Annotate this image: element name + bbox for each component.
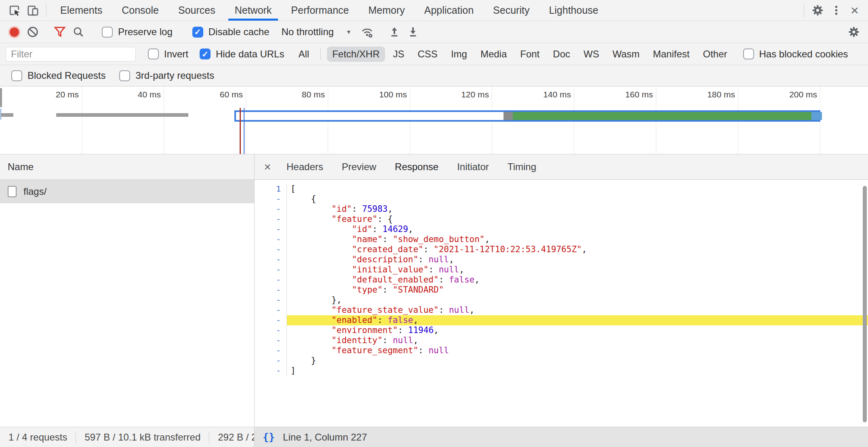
third-party-requests-checkbox[interactable]: 3rd-party requests (119, 70, 214, 81)
tab-label: Lighthouse (549, 4, 598, 16)
line-content: "identity": null, (287, 335, 868, 346)
cursor-position: Line 1, Column 227 (283, 432, 367, 443)
waterfall-segment-content-download (513, 112, 811, 120)
token: , (470, 305, 475, 315)
waterfall-segment-finish (811, 112, 822, 120)
name-column-header[interactable]: Name (0, 154, 254, 180)
tab-network[interactable]: Network (225, 0, 282, 21)
filter-type-media[interactable]: Media (475, 46, 512, 62)
line-content: "id": 14629, (287, 224, 868, 234)
pretty-print-icon[interactable]: {} (263, 431, 275, 443)
filter-input[interactable] (6, 47, 136, 61)
tab-console[interactable]: Console (112, 0, 169, 21)
tab-sources[interactable]: Sources (169, 0, 225, 21)
network-main-area: Name flags/ × HeadersPreviewResponseInit… (0, 154, 868, 427)
checkbox-box (743, 48, 754, 59)
hide-data-urls-checkbox[interactable]: ✓ Hide data URLs (200, 48, 284, 60)
detail-tab-timing[interactable]: Timing (501, 154, 543, 179)
filter-type-css[interactable]: CSS (413, 46, 443, 62)
token: "show_demo_button" (393, 234, 485, 244)
filter-bar: Invert ✓ Hide data URLs AllFetch/XHRJSCS… (0, 43, 868, 65)
tab-performance[interactable]: Performance (281, 0, 358, 21)
response-line: - "initial_value": null, (255, 265, 868, 275)
tab-application[interactable]: Application (415, 0, 483, 21)
tab-memory[interactable]: Memory (358, 0, 414, 21)
timeline-tick-label: 120 ms (461, 90, 489, 99)
throttling-select[interactable]: No throttling ▼ (281, 26, 351, 38)
import-har-icon[interactable] (385, 23, 404, 41)
token: "created_date" (291, 245, 423, 254)
search-icon[interactable] (69, 23, 88, 41)
checkbox-label: Invert (164, 48, 188, 60)
tab-label: Performance (291, 4, 349, 16)
detail-tab-preview[interactable]: Preview (335, 154, 383, 179)
detail-tab-headers[interactable]: Headers (280, 154, 330, 179)
response-scrollbar[interactable] (861, 183, 868, 425)
token: null (393, 335, 413, 345)
filter-type-img[interactable]: Img (446, 46, 472, 62)
line-content: "environment": 11946, (287, 325, 868, 335)
settings-gear-icon[interactable] (808, 2, 827, 19)
response-line: - "feature_state_value": null, (255, 305, 868, 315)
line-number: - (255, 366, 287, 376)
line-content: "type": "STANDARD" (287, 285, 868, 295)
network-overview-timeline[interactable]: 20 ms40 ms60 ms80 ms100 ms120 ms140 ms16… (0, 86, 868, 154)
token: 14629 (383, 224, 408, 234)
blocked-requests-checkbox[interactable]: Blocked Requests (11, 70, 105, 81)
filter-type-doc[interactable]: Doc (548, 46, 575, 62)
filter-type-js[interactable]: JS (388, 46, 410, 62)
checkbox-box: ✓ (200, 48, 211, 59)
selected-request-waterfall-bar[interactable] (234, 110, 820, 122)
token: : (423, 245, 434, 254)
device-toolbar-icon[interactable] (23, 2, 42, 19)
filter-type-fetch-xhr[interactable]: Fetch/XHR (327, 46, 385, 62)
tab-label: Network (235, 4, 272, 16)
token: "name" (291, 234, 383, 244)
more-options-icon[interactable] (827, 2, 845, 19)
filter-type-all[interactable]: All (293, 46, 314, 62)
detail-tabs: HeadersPreviewResponseInitiatorTiming (277, 154, 546, 179)
line-number: - (255, 224, 287, 234)
token: "feature_segment" (291, 346, 418, 355)
tab-label: Preview (342, 161, 376, 173)
timeline-tick-segment: 20 ms (0, 86, 82, 154)
disable-cache-checkbox[interactable]: ✓ Disable cache (192, 26, 270, 38)
preserve-log-checkbox[interactable]: Preserve log (102, 26, 173, 38)
export-har-icon[interactable] (404, 23, 422, 41)
tab-elements[interactable]: Elements (51, 0, 112, 21)
inspect-element-icon[interactable] (5, 2, 23, 19)
timeline-tick-label: 60 ms (220, 90, 243, 99)
network-settings-gear-icon[interactable] (845, 23, 863, 41)
token: "feature_state_value" (291, 305, 439, 315)
scrollbar-thumb[interactable] (863, 186, 867, 422)
checkbox-label: Hide data URLs (216, 48, 284, 60)
timeline-tick-segment: 40 ms (82, 86, 164, 154)
tab-security[interactable]: Security (483, 0, 539, 21)
line-number: - (255, 356, 287, 366)
line-number: - (255, 245, 287, 255)
record-network-log-button[interactable] (5, 23, 23, 41)
filter-type-manifest[interactable]: Manifest (648, 46, 695, 62)
detail-tab-initiator[interactable]: Initiator (451, 154, 495, 179)
tab-lighthouse[interactable]: Lighthouse (539, 0, 608, 21)
waterfall-bar-gray (56, 113, 188, 117)
clear-network-log-icon[interactable] (23, 23, 42, 41)
token: false (388, 315, 413, 325)
request-row[interactable]: flags/ (0, 180, 254, 203)
filter-toggle-icon[interactable] (51, 23, 69, 41)
invert-checkbox[interactable]: Invert (148, 48, 188, 60)
filter-type-wasm[interactable]: Wasm (607, 46, 645, 62)
network-conditions-icon[interactable] (358, 23, 377, 41)
close-details-icon[interactable]: × (258, 154, 277, 179)
checkbox-box (148, 48, 159, 59)
filter-type-font[interactable]: Font (515, 46, 545, 62)
close-devtools-icon[interactable]: × (845, 2, 864, 19)
line-content: "id": 75983, (287, 204, 868, 214)
detail-tab-response[interactable]: Response (388, 154, 445, 179)
has-blocked-cookies-checkbox[interactable]: Has blocked cookies (743, 48, 848, 60)
filter-type-other[interactable]: Other (697, 46, 732, 62)
token: null (428, 346, 449, 355)
line-number: - (255, 234, 287, 245)
filter-type-ws[interactable]: WS (578, 46, 605, 62)
timeline-tick-label: 140 ms (543, 90, 571, 99)
